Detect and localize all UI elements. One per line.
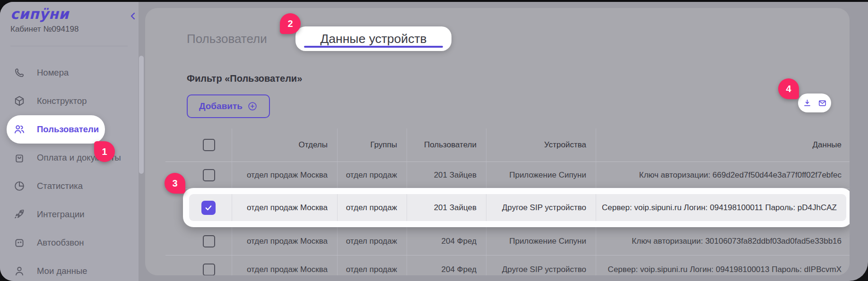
- tour-step-badge-3: 3: [165, 173, 185, 194]
- cube-icon: [13, 95, 26, 107]
- cell-data: Сервер: voip.sipuni.ru Логин: 0941981000…: [596, 194, 846, 221]
- highlighted-row-spotlight: отдел продаж Москваотдел продаж201 Зайце…: [183, 188, 850, 227]
- row-checkbox[interactable]: [203, 235, 215, 247]
- tour-step-badge-1: 1: [94, 141, 115, 162]
- app-logo: сипӱни: [10, 6, 69, 22]
- column-header-devices: Устройства: [486, 128, 596, 162]
- download-icon[interactable]: [803, 99, 812, 108]
- active-tab-underline: [304, 46, 443, 48]
- device-data-table: Отделы Группы Пользователи Устройства Да…: [165, 128, 850, 275]
- sidebar-item-robot[interactable]: Автообзвон: [0, 229, 139, 257]
- add-button[interactable]: Добавить: [187, 94, 270, 118]
- tab-device-data[interactable]: Данные устройств: [295, 26, 451, 51]
- sidebar-item-bag[interactable]: Оплата и документы: [0, 144, 139, 172]
- cell-user: 204 Фред: [407, 255, 486, 275]
- column-header-users: Пользователи: [407, 128, 486, 162]
- sidebar: сипӱни Кабинет №094198 НомераКонструктор…: [0, 2, 139, 281]
- export-actions: [798, 94, 831, 112]
- row-checkbox-cell: [165, 255, 232, 275]
- plus-circle-icon: [247, 101, 258, 111]
- sidebar-scrollbar[interactable]: [139, 56, 144, 174]
- cell-user: 201 Зайцев: [407, 162, 486, 188]
- cell-data: Сервер: voip.sipuni.ru Логин: 0941981000…: [596, 255, 850, 275]
- cell-data: Ключ авторизации: 30106073fa82ddbf03ad0f…: [596, 227, 850, 255]
- tab-users[interactable]: Пользователи: [187, 26, 267, 51]
- row-checkbox[interactable]: [203, 264, 215, 275]
- person-icon: [13, 265, 26, 277]
- column-header-data: Данные: [596, 128, 850, 162]
- table-row[interactable]: отдел продаж Москваотдел продаж204 ФредД…: [165, 255, 850, 275]
- pie-chart-icon: [13, 180, 26, 192]
- table-row[interactable]: отдел продаж Москваотдел продаж204 ФредП…: [165, 227, 850, 255]
- table-row[interactable]: отдел продаж Москваотдел продаж201 Зайце…: [165, 162, 850, 189]
- cabinet-number: Кабинет №094198: [10, 25, 78, 34]
- select-all-checkbox[interactable]: [203, 139, 215, 151]
- users-icon: [13, 123, 26, 136]
- sidebar-item-cube[interactable]: Конструктор: [0, 87, 139, 115]
- mail-icon[interactable]: [818, 99, 827, 108]
- rocket-icon: [13, 208, 26, 221]
- sidebar-collapse-button[interactable]: [128, 10, 139, 22]
- sidebar-item-phone[interactable]: Номера: [0, 59, 139, 87]
- sidebar-item-label: Автообзвон: [37, 238, 84, 248]
- content-card: Пользователи Данные устройств Фильтр «По…: [145, 8, 850, 275]
- filter-title: Фильтр «Пользователи»: [187, 73, 302, 84]
- table-row[interactable]: отдел продаж Москваотдел продаж201 Зайце…: [189, 194, 846, 221]
- robot-icon: [13, 237, 26, 249]
- sidebar-item-label: Номера: [37, 68, 69, 78]
- app-window: сипӱни Кабинет №094198 НомераКонструктор…: [0, 2, 868, 281]
- cell-device: Приложение Сипуни: [486, 227, 596, 255]
- sidebar-item-pie-chart[interactable]: Статистика: [0, 172, 139, 200]
- sidebar-item-label: Статистика: [37, 181, 83, 191]
- cell-group: отдел продаж: [337, 227, 407, 255]
- header-checkbox-cell: [165, 128, 232, 162]
- tour-step-badge-4: 4: [778, 78, 799, 99]
- add-button-label: Добавить: [199, 101, 243, 111]
- sidebar-item-label: Мои данные: [37, 266, 87, 276]
- row-checkbox[interactable]: [201, 201, 216, 215]
- sidebar-item-label: Пользователи: [37, 124, 99, 135]
- column-header-groups: Группы: [337, 128, 407, 162]
- cell-device: Приложение Сипуни: [486, 162, 596, 188]
- row-checkbox-cell: [165, 227, 232, 255]
- table-header-row: Отделы Группы Пользователи Устройства Да…: [165, 128, 850, 162]
- sidebar-item-label: Интеграции: [37, 209, 85, 220]
- cell-department: отдел продаж Москва: [232, 227, 337, 255]
- cell-group: отдел продаж: [337, 194, 407, 221]
- tab-device-data-label: Данные устройств: [320, 32, 426, 46]
- sidebar-nav: НомераКонструкторПользователиОплата и до…: [0, 59, 139, 281]
- chevron-left-icon: [128, 10, 139, 22]
- sidebar-item-label: Конструктор: [37, 96, 87, 106]
- column-header-departments: Отделы: [232, 128, 337, 162]
- sidebar-divider: [10, 46, 128, 46]
- cell-group: отдел продаж: [337, 162, 407, 188]
- cell-device: Другое SIP устройство: [486, 255, 596, 275]
- sidebar-item-users[interactable]: Пользователи: [7, 115, 105, 144]
- cell-user: 201 Зайцев: [407, 194, 486, 221]
- row-checkbox-cell: [189, 194, 232, 221]
- cell-user: 204 Фред: [407, 227, 486, 255]
- bag-icon: [13, 152, 26, 164]
- cell-data: Ключ авторизации: 669d2ed7f50d44e3a77f0f…: [596, 162, 850, 188]
- phone-icon: [13, 67, 26, 79]
- cell-department: отдел продаж Москва: [232, 162, 337, 188]
- row-checkbox[interactable]: [203, 169, 215, 181]
- cell-department: отдел продаж Москва: [232, 194, 337, 221]
- sidebar-item-person[interactable]: Мои данные: [0, 257, 139, 281]
- sidebar-item-rocket[interactable]: Интеграции: [0, 200, 139, 229]
- cell-device: Другое SIP устройство: [486, 194, 596, 221]
- tour-step-badge-2: 2: [280, 13, 301, 34]
- cell-group: отдел продаж: [337, 255, 407, 275]
- cell-department: отдел продаж Москва: [232, 255, 337, 275]
